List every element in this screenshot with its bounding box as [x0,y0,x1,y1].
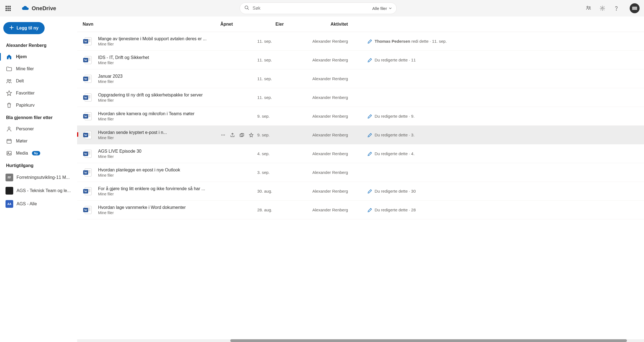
nav-folder[interactable]: Mine filer [3,63,74,75]
plus-icon [9,25,14,31]
file-row[interactable]: WMange av tjenestene i Mobil support avt… [77,32,644,51]
star-icon[interactable] [248,76,254,82]
file-row[interactable]: WJanuar 2023Mine filer 11. sep.Alexander… [77,69,644,88]
file-row[interactable]: WAGS LIVE Episode 30Mine filer 4. sep.Al… [77,144,644,163]
quick-access-item[interactable]: FFForretningsutvikling-11 M... [3,171,74,184]
star-icon[interactable] [248,132,254,138]
search-scope[interactable]: Alle filer [372,6,392,11]
svg-point-85 [221,134,222,135]
more-icon[interactable] [220,170,226,175]
activity-cell: Du redigerte dette · 28 [367,208,638,212]
link-icon[interactable] [239,76,245,82]
file-row[interactable]: WHvordan sende kryptert e-post i n...Min… [77,126,644,144]
quick-access-item[interactable]: AGS - Teknisk Team og le... [3,184,74,197]
svg-point-87 [224,134,225,135]
star-icon[interactable] [248,170,254,175]
more-icon[interactable] [220,207,226,213]
star-icon[interactable] [248,151,254,157]
owner-name: Alexander Renberg [312,58,367,62]
app-launcher-icon[interactable] [4,5,12,12]
browse-image[interactable]: MediaNy [3,147,74,159]
edit-icon [367,58,372,63]
star-icon[interactable] [248,95,254,100]
search-box[interactable]: Alle filer [240,2,397,14]
more-icon[interactable] [220,76,226,82]
share-icon[interactable] [230,151,235,157]
group-icon: FF [6,174,13,181]
file-row[interactable]: WHvordan lage vannmerke i Word dokumente… [77,201,644,219]
quick-access-item[interactable]: AAAGS - Alle [3,197,74,211]
teams-icon[interactable] [586,5,592,11]
more-icon[interactable] [220,188,226,194]
more-icon[interactable] [220,132,226,138]
file-row[interactable]: WHvordan sikre kamera og mikrofon i Team… [77,107,644,126]
word-doc-icon: W [83,205,93,215]
link-icon[interactable] [239,151,245,157]
brand[interactable]: OneDrive [22,5,56,12]
star-icon[interactable] [248,207,254,213]
link-icon[interactable] [239,114,245,119]
link-icon[interactable] [239,170,245,175]
share-icon[interactable] [230,95,235,100]
svg-point-26 [224,41,225,42]
svg-point-9 [10,80,11,81]
share-icon[interactable] [230,132,235,138]
svg-point-2 [587,6,588,8]
nav-star[interactable]: Favoritter [3,87,74,99]
star-icon[interactable] [248,39,254,44]
nav-shared[interactable]: Delt [3,75,74,87]
link-icon[interactable] [239,95,245,100]
svg-marker-77 [249,114,253,118]
opened-date: 11. sep. [257,95,312,100]
share-icon[interactable] [230,39,235,44]
nav-trash[interactable]: Papirkurv [3,99,74,111]
link-icon[interactable] [239,57,245,63]
link-icon[interactable] [239,207,245,213]
column-activity[interactable]: Aktivitet [331,22,638,27]
file-row[interactable]: WIDS - IT, Drift og SikkerhetMine filer … [77,51,644,69]
settings-icon[interactable] [599,5,605,11]
horizontal-scrollbar[interactable] [77,339,644,342]
opened-date: 9. sep. [257,133,312,137]
svg-point-98 [223,153,224,154]
svg-rect-12 [7,139,11,143]
link-icon[interactable] [239,39,245,44]
svg-point-0 [245,6,248,9]
star-icon[interactable] [248,188,254,194]
star-icon[interactable] [248,114,254,119]
share-icon[interactable] [230,207,235,213]
svg-point-110 [223,172,224,173]
link-icon[interactable] [239,132,245,138]
browse-calendar[interactable]: Møter [3,135,74,147]
link-icon[interactable] [239,188,245,194]
share-icon[interactable] [230,114,235,119]
user-avatar[interactable] [630,3,640,13]
browse-person[interactable]: Personer [3,123,74,135]
column-owner[interactable]: Eier [275,22,331,27]
user-name-label: Alexander Renberg [3,40,74,50]
file-row[interactable]: WOppgradering til ny drift og sikkerhets… [77,88,644,107]
share-icon[interactable] [230,170,235,175]
file-row[interactable]: WFor å gjøre ting litt enklere og ikke f… [77,182,644,201]
share-icon[interactable] [230,57,235,63]
search-input[interactable] [253,6,369,11]
owner-name: Alexander Renberg [312,189,367,193]
help-icon[interactable] [613,5,619,11]
more-icon[interactable] [220,114,226,119]
svg-marker-126 [249,189,253,193]
star-icon[interactable] [248,57,254,63]
more-icon[interactable] [220,95,226,100]
activity-cell: Du redigerte dette · 3. [367,133,638,138]
nav-home[interactable]: Hjem [3,51,74,63]
more-icon[interactable] [220,151,226,157]
more-icon[interactable] [220,57,226,63]
file-row[interactable]: WHvordan planlegge en epost i nye Outloo… [77,163,644,182]
column-opened[interactable]: Åpnet [220,22,275,27]
add-new-button[interactable]: Legg til ny [3,22,45,34]
svg-text:W: W [84,115,87,118]
quick-label: AGS - Teknisk Team og le... [17,188,72,193]
column-name[interactable]: Navn [83,22,220,27]
share-icon[interactable] [230,188,235,194]
more-icon[interactable] [220,39,226,44]
share-icon[interactable] [230,76,235,82]
